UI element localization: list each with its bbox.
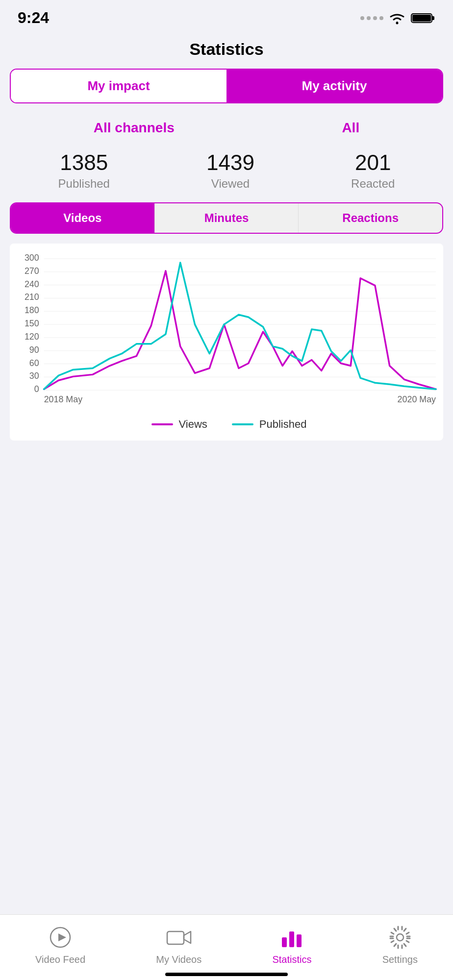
segment-control: My impact My activity bbox=[10, 69, 443, 103]
nav-statistics[interactable]: Statistics bbox=[272, 925, 311, 965]
stat-published: 1385 Published bbox=[58, 150, 110, 191]
svg-text:2018 May: 2018 May bbox=[44, 394, 83, 404]
chart-wrap: 300 270 240 210 180 150 120 90 60 30 0 bbox=[20, 253, 438, 436]
channel-filter[interactable]: All channels bbox=[94, 120, 175, 136]
svg-text:210: 210 bbox=[25, 292, 39, 302]
stat-published-label: Published bbox=[58, 177, 110, 191]
wifi-icon bbox=[388, 12, 406, 24]
svg-text:60: 60 bbox=[29, 358, 39, 368]
svg-text:0: 0 bbox=[34, 384, 39, 394]
tab-my-activity[interactable]: My activity bbox=[226, 70, 442, 102]
nav-my-videos-label: My Videos bbox=[156, 954, 201, 965]
svg-rect-30 bbox=[167, 931, 184, 944]
svg-text:240: 240 bbox=[25, 279, 39, 289]
status-bar: 9:24 bbox=[0, 0, 453, 32]
stat-viewed-label: Viewed bbox=[206, 177, 254, 191]
subtab-reactions[interactable]: Reactions bbox=[299, 203, 442, 233]
sub-tabs: Videos Minutes Reactions bbox=[10, 202, 443, 234]
legend-views: Views bbox=[151, 418, 207, 431]
nav-my-videos[interactable]: My Videos bbox=[156, 925, 201, 965]
legend-published-line bbox=[232, 423, 253, 425]
svg-text:2020 May: 2020 May bbox=[398, 394, 436, 404]
legend-views-line bbox=[151, 423, 173, 425]
svg-point-35 bbox=[397, 934, 403, 941]
stat-viewed: 1439 Viewed bbox=[206, 150, 254, 191]
tab-my-impact[interactable]: My impact bbox=[11, 70, 226, 102]
stat-reacted-value: 201 bbox=[351, 150, 395, 175]
svg-marker-29 bbox=[58, 933, 66, 941]
gear-icon bbox=[387, 925, 413, 950]
bottom-nav: Video Feed My Videos Statistics bbox=[0, 914, 453, 980]
status-icons bbox=[360, 12, 435, 24]
svg-text:90: 90 bbox=[29, 345, 39, 355]
svg-text:270: 270 bbox=[25, 266, 39, 276]
page-title-bar: Statistics bbox=[0, 32, 453, 69]
nav-settings-label: Settings bbox=[382, 954, 418, 965]
signal-icon bbox=[360, 16, 383, 20]
legend-published-label: Published bbox=[259, 418, 307, 431]
svg-rect-32 bbox=[282, 937, 287, 947]
nav-video-feed[interactable]: Video Feed bbox=[35, 925, 85, 965]
battery-icon bbox=[411, 12, 435, 24]
subtab-minutes[interactable]: Minutes bbox=[155, 203, 299, 233]
chart-legend: Views Published bbox=[20, 410, 438, 436]
status-time: 9:24 bbox=[18, 9, 49, 27]
svg-rect-3 bbox=[412, 15, 431, 22]
svg-text:120: 120 bbox=[25, 332, 39, 342]
page-title: Statistics bbox=[0, 40, 453, 59]
svg-text:30: 30 bbox=[29, 371, 39, 381]
nav-settings[interactable]: Settings bbox=[382, 925, 418, 965]
stat-viewed-value: 1439 bbox=[206, 150, 254, 175]
line-chart: 300 270 240 210 180 150 120 90 60 30 0 bbox=[20, 253, 438, 410]
period-filter[interactable]: All bbox=[342, 120, 359, 136]
home-indicator bbox=[165, 973, 288, 976]
stat-reacted: 201 Reacted bbox=[351, 150, 395, 191]
nav-statistics-label: Statistics bbox=[272, 954, 311, 965]
stats-row: 1385 Published 1439 Viewed 201 Reacted bbox=[0, 146, 453, 202]
svg-rect-2 bbox=[432, 16, 434, 20]
svg-text:150: 150 bbox=[25, 318, 39, 328]
svg-marker-31 bbox=[184, 931, 191, 943]
chart-container: 300 270 240 210 180 150 120 90 60 30 0 bbox=[10, 244, 443, 441]
svg-rect-33 bbox=[289, 931, 294, 947]
legend-views-label: Views bbox=[179, 418, 207, 431]
camera-icon bbox=[166, 925, 192, 950]
views-line bbox=[44, 271, 436, 389]
nav-video-feed-label: Video Feed bbox=[35, 954, 85, 965]
bar-chart-icon bbox=[279, 925, 304, 950]
filter-row: All channels All bbox=[0, 115, 453, 146]
svg-rect-34 bbox=[297, 934, 302, 947]
subtab-videos[interactable]: Videos bbox=[11, 203, 155, 233]
stat-reacted-label: Reacted bbox=[351, 177, 395, 191]
svg-point-0 bbox=[396, 22, 399, 24]
svg-text:300: 300 bbox=[25, 253, 39, 263]
stat-published-value: 1385 bbox=[58, 150, 110, 175]
play-icon bbox=[48, 925, 73, 950]
svg-text:180: 180 bbox=[25, 305, 39, 315]
legend-published: Published bbox=[232, 418, 307, 431]
